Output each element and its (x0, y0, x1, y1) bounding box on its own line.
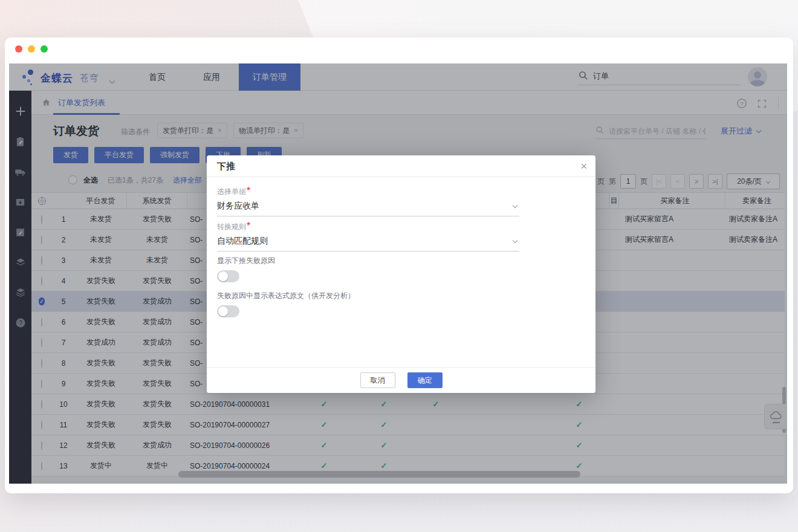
close-window-button[interactable] (15, 45, 22, 53)
cancel-button[interactable]: 取消 (360, 372, 395, 388)
chevron-down-icon (513, 238, 517, 243)
field-conversion-rule: 转换规则* 自动匹配规则 (217, 221, 519, 251)
desktop-background: 金蝶云 苍穹 首页应用订单管理 订单 ? 订单发货列表 ? (0, 0, 798, 532)
conversion-rule-dropdown[interactable]: 自动匹配规则 (217, 236, 519, 251)
chevron-down-icon (513, 203, 517, 208)
show-failure-reason-toggle[interactable] (217, 270, 239, 282)
field-select-document: 选择单据* 财务应收单 (217, 186, 519, 216)
push-down-modal: 下推 × 选择单据* 财务应收单 转换规则* 自动匹配规则 显示下推失败原因 失… (207, 155, 595, 393)
toggle-knob (218, 271, 228, 281)
modal-header: 下推 × (207, 155, 595, 177)
toggle-label: 失败原因中显示表达式原文（供开发分析） (217, 291, 355, 301)
select-document-dropdown[interactable]: 财务应收单 (217, 201, 519, 216)
field-label: 选择单据 (217, 187, 246, 196)
field-label: 转换规则 (217, 222, 246, 231)
show-expression-toggle[interactable] (217, 305, 239, 317)
close-icon[interactable]: × (580, 159, 587, 174)
toggle-show-failure-reason: 显示下推失败原因 (217, 256, 275, 282)
required-asterisk: * (247, 221, 250, 231)
modal-title: 下推 (217, 161, 235, 172)
toggle-knob (218, 307, 228, 316)
modal-footer: 取消 确定 (207, 367, 595, 393)
confirm-button[interactable]: 确定 (407, 372, 443, 388)
toggle-show-expression: 失败原因中显示表达式原文（供开发分析） (217, 291, 355, 317)
toggle-label: 显示下推失败原因 (217, 256, 275, 266)
minimize-window-button[interactable] (28, 45, 35, 53)
zoom-window-button[interactable] (41, 45, 48, 53)
required-asterisk: * (247, 186, 250, 196)
window-controls (15, 45, 48, 53)
